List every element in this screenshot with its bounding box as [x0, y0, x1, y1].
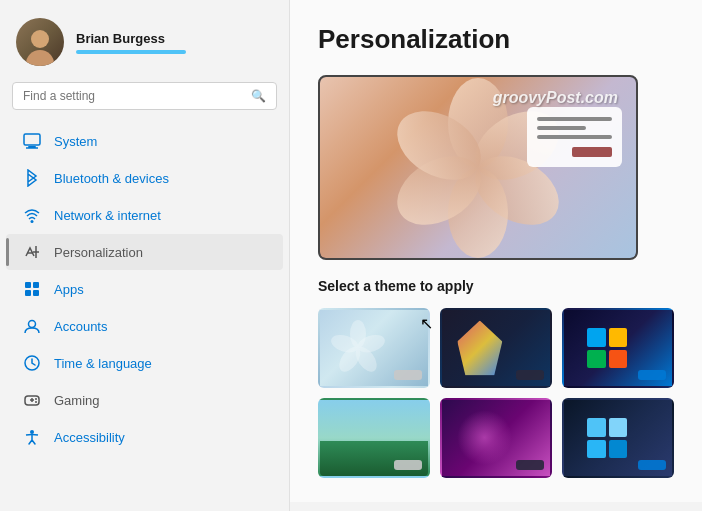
svg-rect-7 [33, 282, 39, 288]
nav-list: System Bluetooth & devices Network & int… [0, 122, 289, 511]
svg-point-16 [35, 401, 37, 403]
sidebar-item-label-time: Time & language [54, 356, 152, 371]
theme-3-badge [638, 370, 666, 380]
bluetooth-icon [22, 168, 42, 188]
preview-cta-button [572, 147, 612, 157]
svg-rect-8 [25, 290, 31, 296]
theme-item-3[interactable] [562, 308, 674, 388]
gaming-icon [22, 390, 42, 410]
theme-4-ground [320, 441, 428, 476]
user-progress-bar [76, 50, 186, 54]
theme-5-badge [516, 460, 544, 470]
svg-point-10 [29, 321, 36, 328]
sidebar-item-label-system: System [54, 134, 97, 149]
sidebar: Brian Burgess 🔍 System Blueto [0, 0, 290, 511]
sidebar-item-label-accounts: Accounts [54, 319, 107, 334]
themes-grid [318, 308, 674, 478]
accounts-icon [22, 316, 42, 336]
win-quad-1 [587, 328, 606, 347]
theme-6-badge [638, 460, 666, 470]
theme-item-6[interactable] [562, 398, 674, 478]
svg-rect-0 [24, 134, 40, 145]
theme-6-winlogo [587, 418, 627, 458]
theme-5-glow [457, 410, 512, 465]
search-input[interactable] [23, 89, 243, 103]
personalization-icon [22, 242, 42, 262]
theme-4-badge [394, 460, 422, 470]
system-icon [22, 131, 42, 151]
theme-item-2[interactable] [440, 308, 552, 388]
apps-icon [22, 279, 42, 299]
time-icon [22, 353, 42, 373]
sidebar-item-label-bluetooth: Bluetooth & devices [54, 171, 169, 186]
theme-item-1[interactable] [318, 308, 430, 388]
sidebar-item-gaming[interactable]: Gaming [6, 382, 283, 418]
user-section: Brian Burgess [0, 0, 289, 78]
theme-6-quad-2 [609, 418, 628, 437]
theme-6-quad-1 [587, 418, 606, 437]
main-wrapper: Personalization groovyPost.com [290, 0, 702, 511]
search-box[interactable]: 🔍 [12, 82, 277, 110]
theme-6-quad-4 [609, 440, 628, 459]
sidebar-item-time[interactable]: Time & language [6, 345, 283, 381]
theme-item-5[interactable] [440, 398, 552, 478]
accessibility-icon [22, 427, 42, 447]
network-icon [22, 205, 42, 225]
preview-overlay-card [527, 107, 622, 167]
theme-2-shape [457, 321, 502, 376]
svg-rect-6 [25, 282, 31, 288]
sidebar-item-label-accessibility: Accessibility [54, 430, 125, 445]
sidebar-item-accessibility[interactable]: Accessibility [6, 419, 283, 455]
avatar [16, 18, 64, 66]
svg-point-15 [35, 398, 37, 400]
sidebar-item-label-network: Network & internet [54, 208, 161, 223]
sidebar-item-bluetooth[interactable]: Bluetooth & devices [6, 160, 283, 196]
sidebar-item-personalization[interactable]: Personalization [6, 234, 283, 270]
page-title: Personalization [318, 24, 674, 55]
sidebar-item-label-personalization: Personalization [54, 245, 143, 260]
theme-3-winlogo [587, 328, 627, 368]
sidebar-item-label-apps: Apps [54, 282, 84, 297]
theme-1-decoration [333, 323, 383, 373]
theme-item-4[interactable] [318, 398, 430, 478]
svg-point-3 [31, 220, 34, 223]
theme-6-quad-3 [587, 440, 606, 459]
sidebar-item-accounts[interactable]: Accounts [6, 308, 283, 344]
main-content: Personalization groovyPost.com [290, 0, 702, 502]
sidebar-item-system[interactable]: System [6, 123, 283, 159]
sidebar-item-label-gaming: Gaming [54, 393, 100, 408]
svg-point-17 [30, 430, 34, 434]
preview-wallpaper [320, 77, 636, 258]
win-quad-4 [609, 350, 628, 369]
search-icon: 🔍 [251, 89, 266, 103]
user-name: Brian Burgess [76, 31, 186, 46]
themes-section-label: Select a theme to apply [318, 278, 674, 294]
win-quad-2 [609, 328, 628, 347]
preview-line-1 [537, 117, 612, 121]
sidebar-item-apps[interactable]: Apps [6, 271, 283, 307]
preview-line-3 [537, 135, 612, 139]
svg-rect-9 [33, 290, 39, 296]
user-info: Brian Burgess [76, 31, 186, 54]
theme-1-badge [394, 370, 422, 380]
preview-line-2 [537, 126, 586, 130]
theme-preview: groovyPost.com [318, 75, 638, 260]
sidebar-item-network[interactable]: Network & internet [6, 197, 283, 233]
theme-2-badge [516, 370, 544, 380]
win-quad-3 [587, 350, 606, 369]
